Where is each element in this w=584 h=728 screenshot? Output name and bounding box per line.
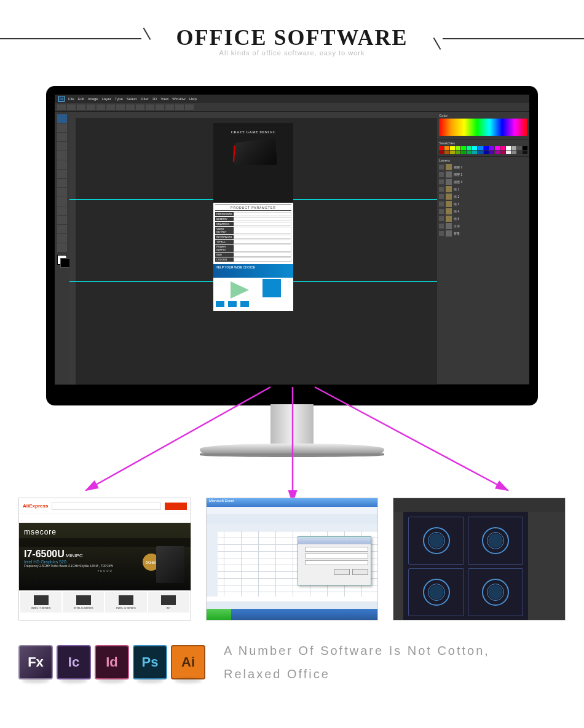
ps-canvas: CRAZY GAME MINI PC PRODUCT PARAMETER PRO…	[69, 112, 437, 385]
menu-item: Window	[172, 97, 185, 101]
dialog-title	[298, 537, 371, 544]
swatches	[439, 146, 527, 154]
ai-panels	[528, 512, 565, 620]
menu-item: Image	[88, 97, 98, 101]
photoshop-icon: Ps	[133, 645, 167, 679]
ruler-horizontal	[69, 112, 437, 118]
page-subtitle: All kinds of office software, easy to wo…	[0, 49, 584, 57]
thumbnail-row: AliExpress msecore I7-6500U MINIPC Intel…	[0, 498, 584, 620]
excel-menu	[207, 507, 378, 514]
photoshop-screen: Ps File Edit Image Layer Type Select Fil…	[55, 95, 529, 385]
doc-blue-banner: HELP YOUR WISE CHOICE	[213, 264, 293, 278]
wand-tool-icon	[57, 142, 67, 151]
lasso-tool-icon	[57, 133, 67, 141]
start-button	[207, 609, 231, 620]
move-tool-icon	[57, 114, 67, 123]
marquee-tool-icon	[57, 123, 67, 132]
thumb-illustrator	[393, 498, 566, 620]
fx-icon: Fx	[18, 645, 53, 679]
dial-ui-3	[423, 579, 450, 606]
menu-item: Help	[189, 97, 197, 101]
store-bar	[19, 514, 191, 523]
decor-line-right	[443, 38, 584, 39]
ruler-vertical	[69, 118, 76, 385]
ai-topbar	[393, 498, 565, 512]
excel-grid	[207, 524, 378, 597]
indesign-icon: Id	[95, 645, 129, 679]
page-title: OFFICE SOFTWARE	[0, 25, 584, 50]
ps-toolbox	[55, 112, 69, 385]
monitor: Ps File Edit Image Layer Type Select Fil…	[0, 74, 584, 498]
menu-item: Filter	[140, 97, 148, 101]
menu-item: Select	[127, 97, 137, 101]
header: OFFICE SOFTWARE All kinds of office soft…	[0, 0, 584, 74]
doc-title: CRAZY GAME MINI PC	[231, 130, 275, 134]
taskbar	[207, 609, 378, 620]
product-render	[234, 138, 277, 165]
search-button	[165, 503, 187, 510]
monitor-bezel: Ps File Edit Image Layer Type Select Fil…	[46, 86, 538, 405]
dial-ui-4	[482, 579, 509, 606]
illustrator-icon: Ai	[171, 645, 205, 679]
thumb-excel: Microsoft Excel	[206, 498, 379, 620]
hero-banner: msecore I7-6500U MINIPC Intel HD Graphic…	[19, 523, 191, 590]
cpu-model: I7-6500U	[24, 549, 65, 559]
decor-line-left	[0, 38, 141, 39]
aliexpress-logo: AliExpress	[23, 503, 48, 509]
ps-options-bar	[55, 103, 529, 112]
pen-tool-icon	[57, 206, 67, 215]
eraser-tool-icon	[57, 188, 67, 197]
dial-ui-1	[423, 527, 450, 554]
param-header: PRODUCT PARAMETER	[215, 205, 291, 211]
shape-tool-icon	[57, 225, 67, 233]
thumb-browser: AliExpress msecore I7-6500U MINIPC Intel…	[18, 498, 191, 620]
brand: msecore	[24, 528, 186, 536]
excel-titlebar: Microsoft Excel	[207, 498, 378, 507]
ps-document: CRAZY GAME MINI PC PRODUCT PARAMETER PRO…	[213, 123, 293, 311]
excel-dialog	[298, 536, 371, 585]
eyedropper-tool-icon	[57, 160, 67, 169]
ai-canvas	[403, 512, 528, 620]
menu-item: Edit	[78, 97, 84, 101]
bottom-section: Fx Ic Id Ps Ai A Number Of Software Is N…	[0, 620, 584, 686]
text-tool-icon	[57, 216, 67, 224]
stamp-tool-icon	[57, 179, 67, 187]
monitor-stand	[270, 404, 314, 447]
excel-toolbar	[207, 514, 378, 524]
bottom-text: A Number Of Software Is Not Cotton, Rela…	[224, 639, 566, 686]
color-swatch-icon	[57, 255, 67, 265]
product-image	[156, 546, 184, 583]
color-picker	[439, 119, 527, 136]
gradient-tool-icon	[57, 197, 67, 206]
store-nav	[19, 538, 191, 547]
ps-menubar: Ps File Edit Image Layer Type Select Fil…	[55, 95, 529, 103]
menu-item: File	[68, 97, 74, 101]
menu-item: View	[160, 97, 168, 101]
sheet-tabs	[207, 601, 378, 609]
dial-ui-2	[482, 527, 509, 554]
search-bar	[52, 503, 160, 510]
incopy-icon: Ic	[57, 645, 91, 679]
product-strip: INTEL I7 SERIES INTEL I5 SERIES INTEL I5…	[19, 590, 191, 614]
ps-panels: Color Swatches Layers 图层 1 图层 2	[437, 112, 529, 385]
software-icons: Fx Ic Id Ps Ai	[18, 645, 205, 679]
menu-item: Layer	[102, 97, 111, 101]
hand-tool-icon	[57, 234, 67, 243]
ps-logo-icon: Ps	[58, 96, 65, 102]
ai-tools	[393, 512, 403, 620]
crop-tool-icon	[57, 151, 67, 160]
menu-item: 3D	[152, 97, 157, 101]
brush-tool-icon	[57, 170, 67, 178]
doc-chart	[213, 278, 293, 311]
monitor-base	[200, 444, 384, 453]
menu-item: Type	[115, 97, 123, 101]
zoom-tool-icon	[57, 243, 67, 252]
